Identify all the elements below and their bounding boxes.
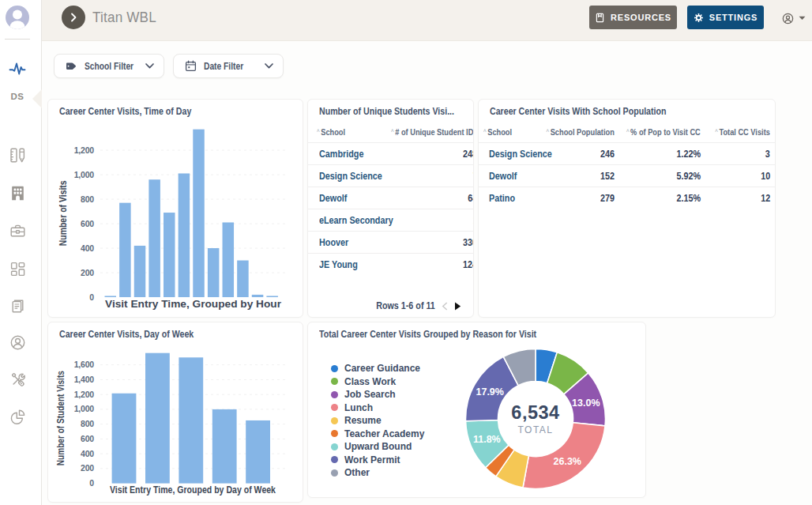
card-visits-day-of-week: Career Center Visits, Day of Week 020040… <box>47 322 303 503</box>
y-axis-label: Number of Student Visits <box>55 371 66 465</box>
top-header: Titan WBL RESOURCES SETTINGS <box>42 0 812 41</box>
column-header[interactable]: ^Total CC Visits <box>715 127 770 137</box>
legend-item[interactable]: Job Search <box>331 388 424 401</box>
user-avatar[interactable] <box>6 6 29 29</box>
sort-caret-icon: ^ <box>391 128 394 136</box>
school-filter-dropdown[interactable]: School Filter <box>54 54 164 78</box>
cell-school: Hoover <box>319 237 348 248</box>
bar[interactable] <box>145 353 170 484</box>
sidebar-item-design-tools[interactable] <box>9 147 26 164</box>
cell-value: 279 <box>600 193 615 204</box>
resources-button[interactable]: RESOURCES <box>589 6 677 29</box>
bar[interactable] <box>179 173 190 297</box>
column-header[interactable]: ^School <box>483 127 512 137</box>
activity-pulse-icon[interactable] <box>9 60 26 77</box>
bar[interactable] <box>212 409 237 484</box>
bar[interactable] <box>223 222 235 297</box>
table-row[interactable]: Dewolf1525.92%10 <box>479 164 775 187</box>
cell-school: JE Young <box>319 259 358 270</box>
cell-value: 10 <box>761 171 770 182</box>
legend-label: Lunch <box>344 402 373 413</box>
legend-dot <box>331 443 338 450</box>
legend-dot <box>331 469 338 477</box>
column-header[interactable]: ^School Population <box>547 127 615 137</box>
page-next-icon[interactable] <box>454 302 461 311</box>
table-row[interactable]: Patino2792.15%12 <box>479 187 775 209</box>
table-row[interactable]: Dewolf64 <box>308 187 473 209</box>
legend-label: Work Permit <box>344 454 400 465</box>
user-menu-icon[interactable] <box>782 13 794 24</box>
bar-chart-svg: 02004006008001,0001,2001,4001,600Visit E… <box>48 322 303 503</box>
legend-item[interactable]: Lunch <box>331 401 424 415</box>
bar[interactable] <box>252 295 264 297</box>
sidebar-item-schools[interactable] <box>9 185 26 202</box>
legend-dot <box>331 378 338 385</box>
bar[interactable] <box>164 213 175 297</box>
sort-caret-icon: ^ <box>483 128 487 136</box>
cell-value: 246 <box>600 149 615 160</box>
legend-item[interactable]: Career Guidance <box>331 362 424 375</box>
bar-chart-svg: 02004006008001,0001,200Visit Entry Time,… <box>48 100 303 318</box>
expand-nav-button[interactable] <box>62 6 85 29</box>
sidebar-district-label[interactable]: DS <box>0 92 35 101</box>
column-header[interactable]: ^# of Unique Student IDs <box>391 127 474 137</box>
y-tick-label: 600 <box>81 434 94 443</box>
y-tick-label: 400 <box>81 243 94 253</box>
y-tick-label: 400 <box>81 449 94 458</box>
legend-label: Other <box>344 467 370 478</box>
cell-value: 330 <box>463 237 474 248</box>
legend-item[interactable]: Work Permit <box>331 454 424 467</box>
sidebar-item-dashboard[interactable] <box>9 261 26 277</box>
sort-caret-icon: ^ <box>547 128 550 136</box>
user-menu-caret-icon[interactable] <box>799 16 806 21</box>
table-row[interactable]: Design Science2461.22%3 <box>479 142 775 164</box>
legend-dot <box>331 430 338 437</box>
y-tick-label: 1,200 <box>74 390 95 399</box>
bar[interactable] <box>193 130 205 297</box>
sidebar-item-reports[interactable] <box>9 298 26 315</box>
legend-item[interactable]: Teacher Academy <box>331 428 424 441</box>
y-tick-label: 200 <box>81 268 94 277</box>
sidebar-item-account[interactable] <box>9 334 26 351</box>
legend-item[interactable]: Resume <box>331 414 424 428</box>
page-prev-icon[interactable] <box>442 302 448 311</box>
bar[interactable] <box>148 179 160 297</box>
bar[interactable] <box>105 296 117 297</box>
sidebar-item-careers[interactable] <box>9 223 26 239</box>
legend-item[interactable]: Class Work <box>331 375 424 389</box>
bar[interactable] <box>134 246 146 297</box>
x-axis-label: Visit Entry Time, Grouped by Hour <box>105 298 281 310</box>
column-header[interactable]: ^% of Pop to Visit CC <box>626 127 701 137</box>
chevron-down-icon <box>265 63 273 69</box>
table-row[interactable]: eLearn Secondary1 <box>308 209 473 231</box>
bar[interactable] <box>179 357 203 483</box>
y-tick-label: 800 <box>81 419 94 428</box>
bar[interactable] <box>237 261 249 298</box>
sidebar-item-analytics[interactable] <box>9 409 26 425</box>
card-unique-students: Number of Unique Students Visi... ^Schoo… <box>307 99 474 318</box>
slice-percent-label: 13.0% <box>572 398 600 409</box>
calendar-icon <box>185 60 197 72</box>
column-header[interactable]: ^School <box>317 127 345 137</box>
legend-item[interactable]: Upward Bound <box>331 440 424 454</box>
slice-percent-label: 17.9% <box>476 386 503 398</box>
date-filter-dropdown[interactable]: Date Filter <box>173 54 284 78</box>
y-tick-label: 1,000 <box>74 404 95 413</box>
table-row[interactable]: Hoover330 <box>308 231 473 253</box>
card-title: Career Center Visits With School Populat… <box>490 106 666 117</box>
settings-button[interactable]: SETTINGS <box>687 6 764 29</box>
cell-value: 5.92% <box>676 171 701 182</box>
cell-school: Patino <box>489 193 515 204</box>
table-row[interactable]: Design Science7 <box>308 164 473 187</box>
legend-dot <box>331 456 338 463</box>
bar[interactable] <box>246 420 270 484</box>
bar[interactable] <box>119 203 131 297</box>
bar[interactable] <box>266 296 278 297</box>
sidebar-item-tools[interactable] <box>9 371 26 388</box>
legend-item[interactable]: Other <box>331 466 424 480</box>
bar[interactable] <box>112 394 137 484</box>
table-row[interactable]: Cambridge248 <box>308 142 473 164</box>
table-row[interactable]: JE Young124 <box>308 253 473 275</box>
bar[interactable] <box>208 248 220 297</box>
card-visits-time-of-day: Career Center Visits, Time of Day 020040… <box>47 99 303 318</box>
